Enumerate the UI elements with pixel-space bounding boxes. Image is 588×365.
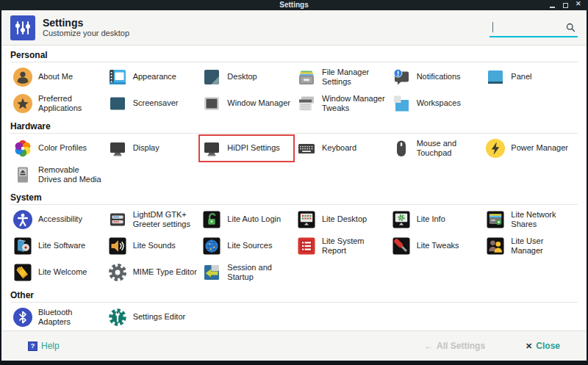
settings-item-workspaces[interactable]: Workspaces [389, 90, 484, 117]
lite-sources-icon [201, 236, 222, 256]
settings-item-label: LightDM GTK+ Greeter settings [133, 210, 198, 229]
settings-item-label: Preferred Applications [38, 94, 103, 113]
settings-item-lightdm-gtk-greeter-settings[interactable]: LightDM GTK+ Greeter settings [105, 206, 200, 233]
help-icon: ? [28, 341, 37, 351]
desktop-icon [201, 67, 222, 87]
settings-item-panel[interactable]: Panel [483, 64, 578, 90]
settings-item-label: Lite Sounds [133, 241, 176, 250]
settings-item-lite-tweaks[interactable]: Lite Tweaks [389, 233, 484, 259]
settings-item-lite-welcome[interactable]: Lite Welcome [10, 259, 105, 286]
back-arrow-icon: ← [424, 341, 433, 351]
settings-item-color-profiles[interactable]: Color Profiles [10, 135, 105, 162]
settings-item-label: Session and Startup [227, 263, 292, 282]
settings-item-mouse-and-touchpad[interactable]: Mouse and Touchpad [389, 135, 484, 162]
settings-item-settings-editor[interactable]: Settings Editor [105, 304, 200, 330]
settings-item-label: Window Manager Tweaks [322, 94, 387, 113]
settings-item-lite-info[interactable]: Lite Info [389, 206, 484, 233]
settings-item-display[interactable]: Display [105, 135, 200, 162]
settings-item-lite-desktop[interactable]: Lite Desktop [294, 206, 389, 233]
notifications-icon [391, 67, 412, 87]
settings-item-window-manager[interactable]: Window Manager [199, 90, 294, 117]
settings-item-appearance[interactable]: Appearance [105, 64, 200, 90]
section-grid: AccessibilityLightDM GTK+ Greeter settin… [10, 205, 578, 287]
settings-grid: PersonalAbout MeAppearanceDesktopFile Ma… [1, 46, 587, 330]
settings-item-keyboard[interactable]: Keyboard [294, 135, 389, 162]
settings-item-lite-software[interactable]: Lite Software [10, 233, 105, 259]
settings-item-mime-type-editor[interactable]: MIME Type Editor [105, 259, 200, 286]
lite-system-report-icon [296, 236, 317, 256]
screensaver-icon [107, 93, 128, 114]
color-profiles-icon [12, 138, 33, 159]
settings-item-label: Lite User Manager [511, 236, 576, 256]
settings-item-label: Settings Editor [133, 312, 186, 322]
close-label: Close [536, 341, 560, 351]
section-title-hardware: Hardware [10, 118, 578, 134]
all-settings-button[interactable]: ← All Settings [424, 341, 485, 351]
app-header: Settings Customize your desktop [1, 10, 587, 46]
settings-item-bluetooth-adapters[interactable]: Bluetooth Adapters [10, 304, 105, 330]
close-button[interactable]: ✕ Close [526, 341, 560, 351]
settings-item-hidpi-settings[interactable]: HiDPI Settings [199, 135, 294, 162]
lite-network-shares-icon [485, 209, 506, 230]
lite-tweaks-icon [391, 236, 412, 256]
settings-item-lite-sounds[interactable]: Lite Sounds [105, 233, 200, 259]
close-button[interactable] [576, 2, 582, 9]
panel-icon [485, 67, 506, 87]
settings-item-lite-system-report[interactable]: Lite System Report [294, 233, 389, 259]
settings-editor-icon [107, 307, 128, 328]
settings-item-label: Lite Network Shares [511, 210, 576, 229]
appearance-icon [107, 67, 128, 87]
power-manager-icon [485, 138, 506, 159]
settings-item-label: Lite System Report [322, 236, 387, 256]
workspaces-icon [391, 93, 412, 114]
bluetooth-icon [12, 307, 33, 328]
settings-item-preferred-applications[interactable]: Preferred Applications [10, 90, 105, 117]
section-title-other: Other [10, 287, 578, 303]
settings-item-removable-drives-and-media[interactable]: Removable Drives and Media [10, 162, 105, 188]
hidpi-settings-icon [201, 138, 222, 159]
accessibility-icon [12, 209, 33, 230]
settings-item-lite-auto-login[interactable]: Lite Auto Login [199, 206, 294, 233]
settings-item-power-manager[interactable]: Power Manager [483, 135, 578, 162]
settings-item-notifications[interactable]: Notifications [389, 64, 484, 90]
search-input[interactable] [493, 23, 564, 32]
settings-item-lite-user-manager[interactable]: Lite User Manager [483, 233, 578, 259]
settings-item-screensaver[interactable]: Screensaver [105, 90, 200, 117]
search-box[interactable] [490, 18, 578, 37]
lite-auto-login-icon [201, 209, 222, 230]
preferred-applications-icon [12, 93, 33, 114]
mime-type-editor-icon [107, 262, 128, 283]
settings-item-lite-sources[interactable]: Lite Sources [199, 233, 294, 259]
settings-app-icon [10, 15, 35, 40]
settings-item-label: Display [133, 143, 159, 153]
settings-item-session-and-startup[interactable]: Session and Startup [199, 259, 294, 286]
minimize-button[interactable] [549, 2, 556, 9]
settings-item-accessibility[interactable]: Accessibility [10, 206, 105, 233]
settings-item-window-manager-tweaks[interactable]: Window Manager Tweaks [294, 90, 389, 117]
settings-item-label: Notifications [417, 72, 461, 82]
section-grid: About MeAppearanceDesktopFile Manager Se… [10, 62, 578, 118]
settings-item-label: Appearance [133, 72, 176, 82]
settings-item-label: Power Manager [511, 143, 568, 153]
settings-item-label: Lite Software [38, 241, 85, 250]
maximize-button[interactable] [562, 2, 569, 9]
settings-item-label: Lite Auto Login [227, 214, 281, 224]
section-personal: PersonalAbout MeAppearanceDesktopFile Ma… [10, 47, 578, 118]
settings-item-label: Panel [511, 72, 531, 82]
keyboard-icon [296, 138, 317, 159]
section-system: SystemAccessibilityLightDM GTK+ Greeter … [10, 189, 578, 287]
help-button[interactable]: ? Help [28, 341, 60, 351]
settings-item-lite-network-shares[interactable]: Lite Network Shares [483, 206, 578, 233]
mouse-icon [391, 138, 412, 159]
settings-item-label: File Manager Settings [322, 68, 387, 87]
removable-drives-icon [12, 165, 33, 185]
titlebar[interactable]: Settings [0, 0, 588, 10]
settings-item-label: Desktop [227, 72, 257, 82]
settings-item-about-me[interactable]: About Me [10, 64, 105, 90]
search-icon [564, 21, 576, 33]
settings-item-file-manager-settings[interactable]: File Manager Settings [294, 64, 389, 90]
help-label: Help [41, 341, 60, 351]
settings-item-desktop[interactable]: Desktop [199, 64, 294, 90]
lite-software-icon [12, 236, 33, 256]
page-title: Settings [43, 17, 129, 29]
